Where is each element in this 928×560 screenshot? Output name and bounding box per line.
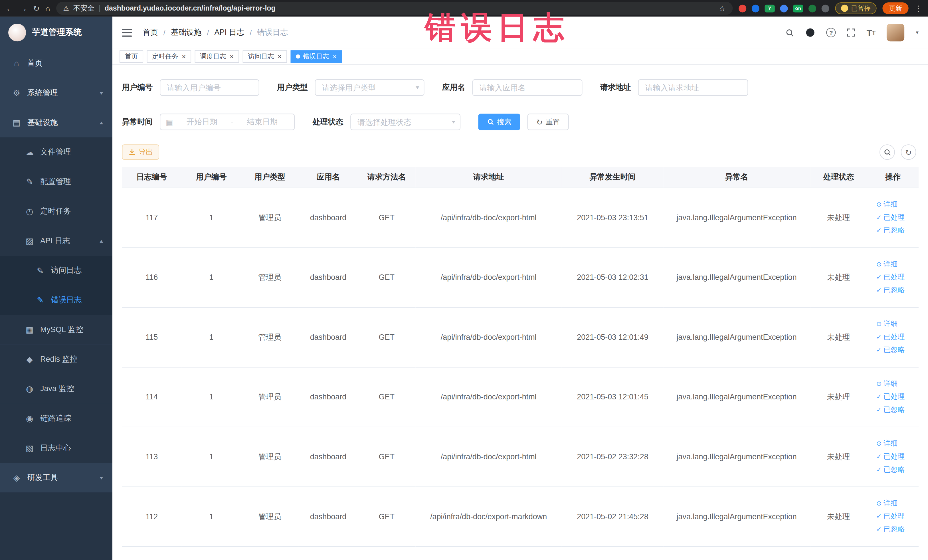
sidebar-item-error-log[interactable]: ✎错误日志 [0,285,112,315]
row-actions: ⊙详细✓已处理✓已忽略 [876,259,905,296]
reset-button[interactable]: ↻ 重置 [528,113,569,130]
extension-icon[interactable] [739,5,746,12]
extension-icon[interactable] [821,5,829,12]
processed-link[interactable]: ✓已处理 [876,212,905,223]
ignored-link[interactable]: ✓已忽略 [876,405,905,415]
column-header: 应用名 [298,167,358,188]
user-id-input[interactable] [160,79,259,96]
browser-menu-icon[interactable]: ⋮ [914,4,922,12]
sidebar-item-redis-monitor[interactable]: ◆Redis 监控 [0,344,112,374]
page-url[interactable]: dashboard.yudao.iocoder.cn/infra/log/api… [105,4,276,12]
request-url-input[interactable] [638,79,748,96]
processed-link[interactable]: ✓已处理 [876,392,905,402]
github-icon[interactable] [806,28,815,37]
address-bar[interactable]: ⚠ 不安全 | dashboard.yudao.iocoder.cn/infra… [56,2,733,15]
sidebar-item-file-manage[interactable]: ☁文件管理 [0,137,112,167]
refresh-button[interactable]: ↻ [901,144,916,160]
user-avatar[interactable] [887,24,905,41]
sidebar-item-log-center[interactable]: ▧日志中心 [0,433,112,463]
table-row: 1161管理员dashboardGET/api/infra/db-doc/exp… [122,247,919,307]
config-icon: ✎ [25,177,34,186]
tab-item[interactable]: 错误日志× [291,50,342,63]
help-icon[interactable]: ? [826,28,836,37]
processed-link[interactable]: ✓已处理 [876,272,905,282]
close-icon[interactable]: × [333,53,337,60]
detail-link[interactable]: ⊙详细 [876,259,898,269]
processed-link[interactable]: ✓已处理 [876,452,905,462]
cell-actions: ⊙详细✓已处理✓已忽略 [867,247,919,307]
detail-link[interactable]: ⊙详细 [876,200,898,209]
sidebar-item-access-log[interactable]: ✎访问日志 [0,256,112,285]
breadcrumb-item[interactable]: 基础设施 [171,27,202,38]
detail-link[interactable]: ⊙详细 [876,498,898,508]
app-name-input[interactable] [472,79,583,96]
processed-link[interactable]: ✓已处理 [876,332,905,342]
sidebar-item-mysql-monitor[interactable]: ▦MySQL 监控 [0,315,112,345]
cell-url: /api/infra/db-doc/export-html [415,188,562,248]
security-label[interactable]: 不安全 [73,3,95,13]
breadcrumb-item[interactable]: API 日志 [215,27,244,38]
sidebar-item-api-log[interactable]: ▨API 日志▴ [0,226,112,256]
filter-row-1: 用户编号 用户类型 ▾ 应用名 请 [122,79,919,96]
detail-link[interactable]: ⊙详细 [876,379,898,389]
ignored-link[interactable]: ✓已忽略 [876,465,905,475]
cell-status: 未处理 [810,487,867,546]
ignored-link[interactable]: ✓已忽略 [876,225,905,235]
sidebar-item-home[interactable]: ⌂首页 [0,49,112,78]
close-icon[interactable]: × [278,53,282,60]
extension-icon[interactable]: on [793,5,803,12]
toggle-search-button[interactable] [879,144,895,160]
cell-exception: java.lang.IllegalArgumentException [663,367,810,427]
font-size-icon[interactable]: TT [867,27,876,37]
update-button[interactable]: 更新 [882,2,908,14]
extension-icon[interactable] [809,5,816,12]
ignored-link[interactable]: ✓已忽略 [876,524,905,534]
processed-link[interactable]: ✓已处理 [876,511,905,522]
sidebar-item-scheduled-jobs[interactable]: ◷定时任务 [0,197,112,226]
error-log-table: 日志编号用户编号用户类型应用名请求方法名请求地址异常发生时间异常名处理状态操作 … [122,167,919,546]
chevron-down-icon[interactable]: ▾ [916,30,919,36]
process-status-select-input[interactable] [350,113,461,130]
cell-app: dashboard [298,427,358,487]
sidebar-item-label: 错误日志 [51,295,82,305]
warning-icon: ⚠ [63,5,69,12]
browser-reload-icon[interactable]: ↻ [33,4,40,12]
browser-home-icon[interactable]: ⌂ [46,4,50,12]
cell-id: 117 [122,188,182,248]
sidebar-item-dev-tools[interactable]: ◈研发工具▾ [0,463,112,492]
extension-icon[interactable] [780,5,788,12]
browser-back-icon[interactable]: ← [6,4,14,12]
tab-item[interactable]: 调度日志× [195,50,240,63]
browser-forward-icon[interactable]: → [20,4,27,12]
extension-icon[interactable] [752,5,759,12]
close-icon[interactable]: × [182,53,186,60]
tab-item[interactable]: 首页 [119,50,143,63]
fullscreen-icon[interactable] [847,29,855,37]
detail-link[interactable]: ⊙详细 [876,319,898,329]
close-icon[interactable]: × [230,53,234,60]
tab-item[interactable]: 访问日志× [243,50,287,63]
date-range-picker[interactable]: ▦ 开始日期 - 结束日期 [160,113,295,130]
process-status-select[interactable]: ▾ [350,113,461,130]
sidebar-item-infrastructure[interactable]: ▤基础设施▴ [0,108,112,137]
sidebar-item-link-trace[interactable]: ◉链路追踪 [0,404,112,433]
extension-icon[interactable]: Y [765,5,775,12]
user-type-select[interactable]: ▾ [315,79,424,96]
detail-link[interactable]: ⊙详细 [876,438,898,449]
cell-actions: ⊙详细✓已处理✓已忽略 [867,307,919,367]
sidebar-item-java-monitor[interactable]: ◍Java 监控 [0,374,112,404]
ignored-link[interactable]: ✓已忽略 [876,285,905,295]
user-type-select-input[interactable] [315,79,424,96]
ignored-link[interactable]: ✓已忽略 [876,345,905,355]
tab-item[interactable]: 定时任务× [147,50,191,63]
breadcrumb-item[interactable]: 首页 [143,27,158,38]
search-icon[interactable] [786,28,795,37]
sidebar-toggle-icon[interactable] [122,29,132,37]
sidebar-item-system[interactable]: ⚙系统管理▾ [0,78,112,108]
bookmark-star-icon[interactable]: ☆ [719,4,725,12]
export-button[interactable]: 导出 [122,144,159,160]
search-button[interactable]: 搜索 [478,113,520,130]
logo[interactable]: 芋道管理系统 [0,17,112,49]
paused-badge[interactable]: 已暂停 [835,2,876,14]
sidebar-item-config-manage[interactable]: ✎配置管理 [0,167,112,197]
